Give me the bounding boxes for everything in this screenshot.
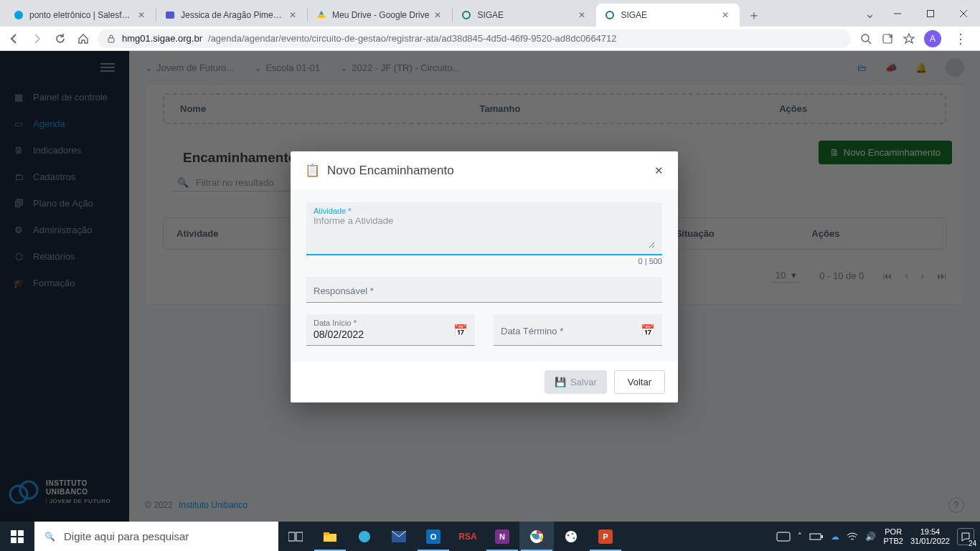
- atividade-field[interactable]: Atividade *: [306, 202, 662, 255]
- svg-point-38: [573, 537, 575, 539]
- calendar-icon[interactable]: 📅: [641, 323, 655, 336]
- forward-button[interactable]: [29, 30, 46, 47]
- notifications-icon[interactable]: 24: [957, 528, 974, 545]
- zoom-icon[interactable]: [859, 32, 872, 45]
- save-icon: 💾: [555, 377, 566, 387]
- atividade-label: Atividade: [314, 207, 346, 215]
- new-tab-button[interactable]: ＋: [744, 5, 764, 25]
- windows-taskbar: 🔍 Digite aqui para pesquisar O RSA N P ˄…: [0, 522, 980, 551]
- tab-title: Meu Drive - Google Drive: [332, 10, 429, 20]
- chrome-icon[interactable]: [519, 522, 554, 551]
- modal-footer: 💾 Salvar Voltar: [291, 362, 678, 402]
- star-icon[interactable]: [903, 32, 915, 45]
- app-viewport: ▦Painel de controle ▭Agenda 🗎Indicadores…: [0, 51, 980, 522]
- edge-icon[interactable]: [347, 522, 382, 551]
- data-inicio-label: Data Início *: [314, 319, 468, 327]
- powerpoint-icon[interactable]: P: [588, 522, 623, 551]
- address-tools: A ⋮: [857, 30, 974, 47]
- novo-encaminhamento-modal: 📋 Novo Encaminhamento ✕ Atividade * 0 | …: [291, 151, 678, 402]
- onedrive-icon[interactable]: ☁: [831, 532, 839, 542]
- tab-title: SIGAE: [621, 10, 717, 20]
- browser-tab-0[interactable]: ponto eletrônico | Salesforce ✕: [5, 4, 156, 27]
- close-icon[interactable]: ✕: [289, 10, 299, 20]
- volume-icon[interactable]: 🔊: [865, 532, 876, 542]
- svg-rect-41: [777, 532, 790, 541]
- svg-point-0: [14, 11, 23, 19]
- data-inicio-field[interactable]: Data Início * 08/02/2022 📅: [306, 314, 475, 346]
- clock[interactable]: 19:5431/01/2022: [910, 527, 950, 545]
- browser-tab-3[interactable]: SIGAE ✕: [453, 4, 596, 27]
- data-termino-label: Data Término *: [501, 319, 655, 341]
- clipboard-icon: 📋: [305, 163, 320, 178]
- svg-rect-43: [821, 535, 823, 538]
- task-view-icon[interactable]: [278, 522, 313, 551]
- char-counter: 0 | 500: [306, 257, 662, 265]
- responsavel-field[interactable]: Responsável *: [306, 277, 662, 303]
- svg-rect-20: [18, 530, 24, 536]
- responsavel-label: Responsável *: [314, 286, 374, 296]
- svg-rect-7: [928, 10, 934, 17]
- onenote-icon[interactable]: N: [485, 522, 519, 551]
- browser-tab-1[interactable]: Jessica de Aragão Pimenta | ✕: [156, 4, 307, 27]
- keyboard-icon[interactable]: [776, 532, 791, 542]
- paint-icon[interactable]: [554, 522, 588, 551]
- calendar-icon[interactable]: 📅: [453, 323, 468, 336]
- profile-avatar[interactable]: A: [924, 30, 941, 47]
- svg-rect-24: [296, 532, 303, 541]
- url-path: /agenda/agendar/evento/circuito-de-gesta…: [208, 33, 617, 44]
- svg-text:O: O: [430, 532, 437, 541]
- taskbar-apps: O RSA N P: [278, 522, 623, 551]
- reload-button[interactable]: [52, 30, 69, 47]
- wifi-icon[interactable]: [847, 532, 858, 541]
- svg-rect-22: [18, 537, 24, 543]
- start-button[interactable]: [0, 522, 34, 551]
- maximize-button[interactable]: [914, 0, 947, 27]
- url-host: hmg01.sigae.org.br: [122, 33, 202, 44]
- back-button[interactable]: Voltar: [614, 370, 665, 394]
- sigae-icon: [604, 9, 616, 21]
- share-icon[interactable]: [881, 32, 894, 45]
- chevron-down-icon[interactable]: ⌄: [858, 0, 881, 27]
- close-icon[interactable]: ✕: [578, 10, 588, 20]
- search-icon: 🔍: [44, 532, 55, 542]
- svg-point-37: [572, 532, 574, 534]
- rsa-icon[interactable]: RSA: [451, 522, 485, 551]
- browser-tab-4[interactable]: SIGAE ✕: [596, 4, 740, 27]
- data-termino-field[interactable]: Data Término * 📅: [494, 314, 662, 346]
- browser-tab-2[interactable]: Meu Drive - Google Drive ✕: [308, 4, 452, 27]
- close-icon[interactable]: ✕: [434, 10, 444, 20]
- back-button[interactable]: [6, 30, 23, 47]
- search-placeholder: Digite aqui para pesquisar: [64, 530, 189, 542]
- home-button[interactable]: [75, 30, 92, 47]
- button-label: Salvar: [570, 377, 597, 387]
- mail-icon[interactable]: [382, 522, 416, 551]
- svg-rect-19: [11, 530, 17, 536]
- kebab-menu-icon[interactable]: ⋮: [950, 31, 971, 47]
- explorer-icon[interactable]: [313, 522, 347, 551]
- drive-icon: [316, 9, 327, 21]
- close-icon[interactable]: ✕: [722, 10, 732, 20]
- battery-icon[interactable]: [809, 532, 824, 541]
- close-window-button[interactable]: [947, 0, 980, 27]
- svg-line-12: [868, 41, 871, 44]
- svg-rect-1: [166, 11, 174, 19]
- save-button[interactable]: 💾 Salvar: [545, 370, 607, 394]
- notification-count: 24: [969, 540, 976, 547]
- button-label: Voltar: [628, 377, 651, 387]
- atividade-textarea[interactable]: [314, 215, 655, 248]
- svg-point-11: [862, 34, 869, 42]
- svg-text:N: N: [499, 532, 505, 541]
- svg-rect-26: [324, 532, 329, 535]
- tray-chevron-up-icon[interactable]: ˄: [798, 532, 802, 541]
- tab-title: ponto eletrônico | Salesforce: [29, 10, 133, 20]
- close-icon[interactable]: ✕: [138, 10, 148, 20]
- modal-header: 📋 Novo Encaminhamento ✕: [291, 151, 678, 189]
- taskbar-search[interactable]: 🔍 Digite aqui para pesquisar: [34, 522, 278, 551]
- address-bar[interactable]: hmg01.sigae.org.br/agenda/agendar/evento…: [98, 29, 851, 48]
- tab-title: Jessica de Aragão Pimenta |: [181, 10, 284, 20]
- outlook-icon[interactable]: O: [416, 522, 451, 551]
- svg-point-35: [565, 531, 577, 542]
- minimize-button[interactable]: [881, 0, 914, 27]
- close-modal-button[interactable]: ✕: [654, 164, 664, 177]
- language-indicator[interactable]: PORPTB2: [883, 527, 903, 545]
